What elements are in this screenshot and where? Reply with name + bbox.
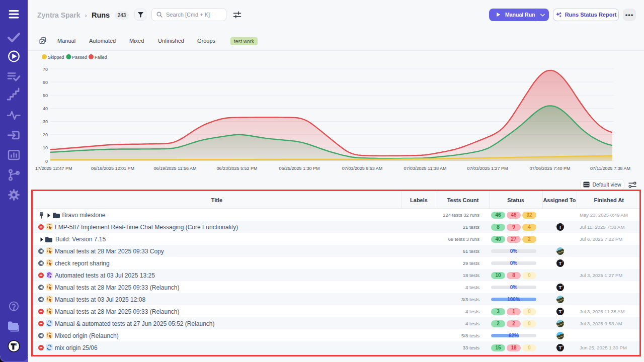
svg-text:17/2025 12:47 PM: 17/2025 12:47 PM [35,166,72,171]
svg-text:60: 60 [43,80,48,85]
svg-text:Failed: Failed [95,55,107,60]
svg-text:07/11/2025 7:38 AM: 07/11/2025 7:38 AM [590,166,630,171]
svg-text:06/23/2025 5:52 PM: 06/23/2025 5:52 PM [216,166,257,171]
svg-text:07/03/2025 9:53 AM: 07/03/2025 9:53 AM [342,166,383,171]
svg-text:30: 30 [43,119,48,124]
svg-text:06/19/2025 11:56 AM: 06/19/2025 11:56 AM [154,166,197,171]
svg-text:Passed: Passed [72,55,87,60]
svg-text:0: 0 [45,159,48,164]
svg-text:06/25/2025 1:30 PM: 06/25/2025 1:30 PM [279,166,319,171]
svg-text:07/06/2025 7:40 PM: 07/06/2025 7:40 PM [529,166,570,171]
svg-text:07/03/2025 11:38 AM: 07/03/2025 11:38 AM [404,166,447,171]
svg-text:Skipped: Skipped [48,55,64,60]
svg-text:07/03/2025 1:27 PM: 07/03/2025 1:27 PM [467,166,508,171]
svg-text:20: 20 [43,132,48,137]
svg-text:40: 40 [43,106,48,111]
svg-text:50: 50 [43,93,48,98]
svg-text:10: 10 [43,145,48,150]
svg-text:70: 70 [43,67,48,72]
svg-text:06/18/2025 12:01 PM: 06/18/2025 12:01 PM [91,166,134,171]
